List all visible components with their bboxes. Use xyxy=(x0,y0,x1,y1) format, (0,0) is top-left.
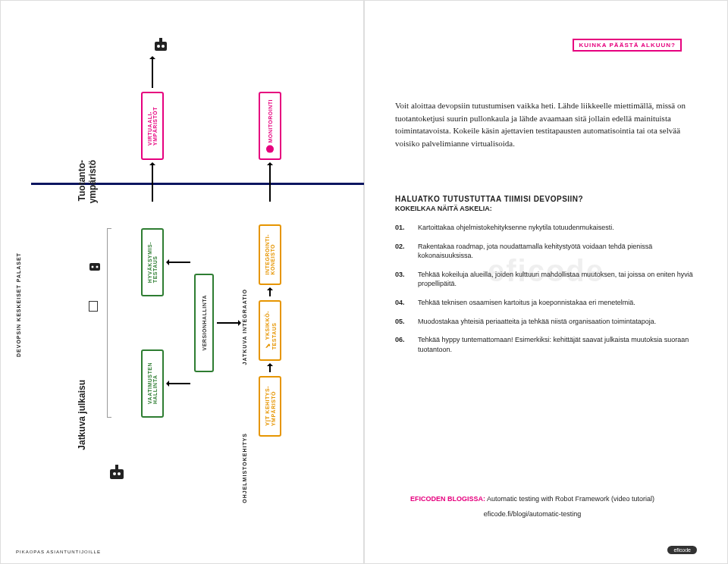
svg-point-2 xyxy=(162,45,165,48)
virtual-env-box: VIRTUAALI- YMPÄRISTÖT xyxy=(141,92,164,160)
arrow-icon xyxy=(269,289,271,296)
svg-rect-3 xyxy=(159,38,162,42)
monitoring-box: MONITOROINTI xyxy=(259,92,281,160)
prod-env-title: Tuotanto- xyxy=(77,160,87,201)
step-item: 01.Kartoittakaa ohjelmistokehityksenne n… xyxy=(395,223,697,233)
left-page: DEVOPSIN KESKEISET PALASET Tuotanto- ymp… xyxy=(0,0,364,564)
blog-url[interactable]: eficode.fi/blogi/automatic-testing xyxy=(410,510,654,518)
continuous-integration-label: JATKUVA INTEGRAATIO xyxy=(242,289,247,365)
diagram: Tuotanto- ympäristö Jatkuva julkaisu VIR… xyxy=(61,31,334,456)
check-icon: ✔ xyxy=(264,342,271,350)
svg-rect-7 xyxy=(110,469,124,479)
arrow-icon xyxy=(168,383,190,384)
code-icon: Y|T xyxy=(264,416,271,427)
arrow-icon xyxy=(269,365,271,372)
robot-icon xyxy=(107,463,127,487)
version-control-box: VERSIONHALLINTA xyxy=(194,274,214,372)
svg-rect-10 xyxy=(115,465,118,469)
step-item: 05.Muodostakaa yhteisiä periaatteita ja … xyxy=(395,317,697,327)
blog-text: Automatic testing with Robot Framework (… xyxy=(487,495,654,503)
blog-label: EFICODEN BLOGISSA: xyxy=(410,495,485,503)
step-item: 06.Tehkää hyppy tuntemattomaan! Esimerki… xyxy=(395,335,697,354)
svg-rect-4 xyxy=(89,263,100,271)
steps-list: 01.Kartoittakaa ohjelmistokehityksenne n… xyxy=(395,223,697,354)
document-icon xyxy=(89,301,98,312)
requirements-box: VAATIMUSTEN HALLINTA xyxy=(141,349,164,418)
record-icon xyxy=(266,145,274,152)
section-header: KUINKA PÄÄSTÄ ALKUUN? xyxy=(573,39,682,52)
sidebar-tab: DEVOPSIN KESKEISET PALASET xyxy=(16,252,21,357)
steps-title: HALUATKO TUTUSTUTTAA TIIMISI DEVOPSIIN? xyxy=(395,195,697,203)
robot-icon xyxy=(87,258,102,277)
blog-reference: EFICODEN BLOGISSA: Automatic testing wit… xyxy=(410,495,654,518)
integration-machine-box: INTEGROINTI- KONEISTO xyxy=(259,224,281,285)
arrow-icon xyxy=(269,164,271,202)
brand-logo: eficode xyxy=(667,546,697,554)
svg-point-5 xyxy=(92,266,94,268)
svg-point-9 xyxy=(118,472,121,475)
bracket-icon xyxy=(107,228,111,418)
steps-subtitle: KOKEILKAA NÄITÄ ASKELIA: xyxy=(395,205,697,212)
arrow-icon xyxy=(168,262,190,263)
svg-rect-0 xyxy=(155,42,167,51)
prod-env-title-2: ympäristö xyxy=(87,160,98,203)
software-dev-label: OHJELMISTOKEHITYS xyxy=(242,433,247,503)
dev-env-box: Y|T KEHITYS- YMPÄRISTÖ xyxy=(259,376,281,437)
arrow-icon xyxy=(217,322,240,324)
svg-point-1 xyxy=(157,45,160,48)
step-item: 02.Rakentakaa roadmap, jota noudattamall… xyxy=(395,242,697,261)
footer-text: PIKAOPAS ASIANTUNTIJOILLE xyxy=(16,550,101,554)
step-item: 04.Tehkää teknisen osaamisen kartoitus j… xyxy=(395,298,697,308)
unit-test-box: ✔ YKSIKKÖ- TESTAUS xyxy=(259,300,281,361)
svg-point-8 xyxy=(113,472,116,475)
acceptance-test-box: HYVÄKSYMIS- TESTAUS xyxy=(141,228,164,296)
arrow-icon xyxy=(152,164,153,202)
right-page: KUINKA PÄÄSTÄ ALKUUN? eficode Voit aloit… xyxy=(364,0,728,564)
step-item: 03.Tehkää kokeiluja alueilla, joiden kul… xyxy=(395,270,697,289)
arrow-icon xyxy=(152,58,153,88)
ci-env-title: Jatkuva julkaisu xyxy=(77,380,87,450)
svg-point-6 xyxy=(96,266,99,268)
intro-paragraph: Voit aloittaa devopsiin tutustumisen vai… xyxy=(395,99,697,149)
